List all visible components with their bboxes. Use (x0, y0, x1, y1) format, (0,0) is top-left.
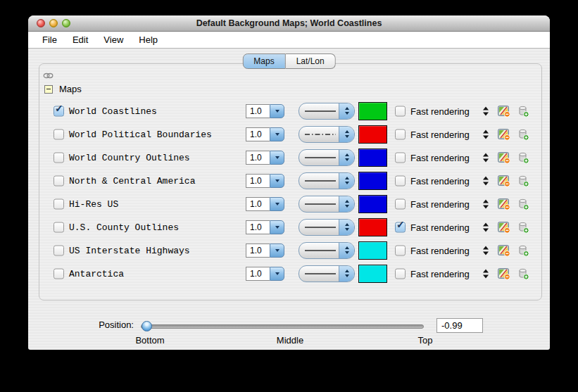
line-style-select[interactable] (299, 265, 355, 282)
window-titlebar[interactable]: Default Background Maps; World Coastline… (28, 15, 550, 32)
line-style-sample (304, 272, 337, 276)
reorder-arrows-icon[interactable] (483, 106, 489, 115)
line-style-select[interactable] (299, 242, 355, 259)
stepper-arrows-icon[interactable] (339, 103, 354, 119)
layer-enabled-checkbox[interactable]: ✓ (54, 198, 64, 209)
layer-color-swatch[interactable] (358, 241, 387, 260)
database-add-icon[interactable] (517, 151, 529, 164)
stepper-arrows-icon[interactable] (339, 220, 354, 235)
line-width-value: 1.0 (246, 151, 270, 165)
dropdown-button[interactable] (270, 244, 284, 258)
database-add-icon[interactable] (517, 105, 529, 118)
reorder-arrows-icon[interactable] (483, 269, 489, 278)
layer-color-swatch[interactable] (358, 218, 387, 236)
dropdown-button[interactable] (270, 127, 284, 141)
layer-enabled-checkbox[interactable]: ✓ (54, 268, 64, 279)
fast-rendering-label: Fast rendering (410, 175, 470, 186)
dropdown-button[interactable] (270, 174, 284, 188)
fast-rendering-checkbox[interactable]: ✓ (395, 152, 406, 163)
line-width-select[interactable]: 1.0 (246, 151, 284, 165)
zoom-button[interactable] (62, 19, 70, 27)
dropdown-button[interactable] (270, 220, 284, 234)
menu-file[interactable]: File (34, 32, 65, 48)
arrow-up-icon (483, 199, 489, 203)
dropdown-button[interactable] (270, 267, 284, 281)
line-width-select[interactable]: 1.0 (246, 127, 284, 141)
database-add-icon[interactable] (517, 175, 529, 187)
fast-rendering-checkbox[interactable]: ✓ (395, 175, 406, 186)
line-width-select[interactable]: 1.0 (246, 267, 284, 281)
layer-enabled-checkbox[interactable]: ✓ (54, 106, 64, 116)
dropdown-button[interactable] (270, 151, 284, 165)
database-add-icon[interactable] (517, 244, 529, 257)
tree-node-label[interactable]: Maps (59, 84, 82, 94)
layer-enabled-checkbox[interactable]: ✓ (54, 175, 64, 186)
fast-rendering-checkbox[interactable]: ✓ (395, 129, 406, 139)
layer-color-swatch[interactable] (358, 265, 387, 283)
line-width-select[interactable]: 1.0 (246, 244, 284, 258)
arrow-down-icon (483, 158, 489, 162)
database-add-icon[interactable] (517, 128, 529, 141)
layer-color-swatch[interactable] (358, 102, 387, 120)
layer-color-swatch[interactable] (358, 172, 387, 190)
dropdown-button[interactable] (270, 197, 284, 211)
fast-rendering-checkbox[interactable]: ✓ (395, 245, 406, 255)
position-value-field[interactable] (436, 318, 483, 333)
dropdown-button[interactable] (270, 104, 284, 118)
menu-edit[interactable]: Edit (65, 32, 96, 48)
map-remove-icon[interactable] (498, 267, 510, 280)
reorder-arrows-icon[interactable] (483, 199, 489, 208)
layer-enabled-checkbox[interactable]: ✓ (54, 152, 64, 163)
slider-thumb[interactable] (142, 321, 152, 331)
database-add-icon[interactable] (517, 267, 529, 280)
database-add-icon[interactable] (517, 221, 529, 234)
tab-latlon[interactable]: Lat/Lon (286, 53, 336, 69)
stepper-arrows-icon[interactable] (339, 127, 354, 142)
menu-view[interactable]: View (96, 32, 131, 48)
line-width-select[interactable]: 1.0 (246, 220, 284, 234)
map-remove-icon[interactable] (498, 128, 510, 141)
map-remove-icon[interactable] (498, 105, 510, 118)
fast-rendering-checkbox[interactable]: ✓ (395, 198, 406, 209)
reorder-arrows-icon[interactable] (483, 246, 489, 255)
close-button[interactable] (37, 19, 45, 27)
map-remove-icon[interactable] (498, 244, 510, 257)
layer-enabled-checkbox[interactable]: ✓ (54, 129, 64, 139)
stepper-arrows-icon[interactable] (339, 266, 354, 282)
reorder-arrows-icon[interactable] (483, 129, 489, 139)
line-width-select[interactable]: 1.0 (246, 197, 284, 211)
tab-maps[interactable]: Maps (242, 53, 285, 69)
reorder-arrows-icon[interactable] (483, 222, 489, 232)
database-add-icon[interactable] (517, 198, 529, 210)
map-remove-icon[interactable] (498, 175, 510, 187)
layer-enabled-checkbox[interactable]: ✓ (54, 222, 64, 232)
map-remove-icon[interactable] (498, 198, 510, 210)
line-style-select[interactable] (299, 172, 355, 189)
map-remove-icon[interactable] (498, 151, 510, 164)
reorder-arrows-icon[interactable] (483, 176, 489, 185)
line-style-select[interactable] (299, 196, 355, 213)
map-remove-icon[interactable] (498, 221, 510, 234)
layer-color-swatch[interactable] (358, 148, 387, 167)
tree-collapse-icon[interactable] (44, 85, 53, 94)
line-width-select[interactable]: 1.0 (246, 174, 284, 188)
minimize-button[interactable] (49, 19, 58, 27)
line-style-select[interactable] (299, 103, 355, 120)
layer-enabled-checkbox[interactable]: ✓ (54, 245, 64, 255)
menu-help[interactable]: Help (131, 32, 165, 48)
layer-color-swatch[interactable] (358, 195, 387, 213)
stepper-arrows-icon[interactable] (339, 196, 354, 212)
position-slider[interactable] (141, 324, 424, 329)
stepper-arrows-icon[interactable] (339, 243, 354, 258)
reorder-arrows-icon[interactable] (483, 153, 489, 162)
stepper-arrows-icon[interactable] (339, 173, 354, 189)
stepper-arrows-icon[interactable] (339, 150, 354, 165)
layer-color-swatch[interactable] (358, 125, 387, 144)
line-style-select[interactable] (299, 219, 355, 236)
fast-rendering-checkbox[interactable]: ✓ (395, 268, 406, 279)
fast-rendering-checkbox[interactable]: ✓ (395, 106, 406, 116)
fast-rendering-checkbox[interactable]: ✓ (395, 222, 406, 232)
line-style-select[interactable] (299, 126, 355, 143)
line-width-select[interactable]: 1.0 (246, 104, 284, 118)
line-style-select[interactable] (299, 149, 355, 166)
